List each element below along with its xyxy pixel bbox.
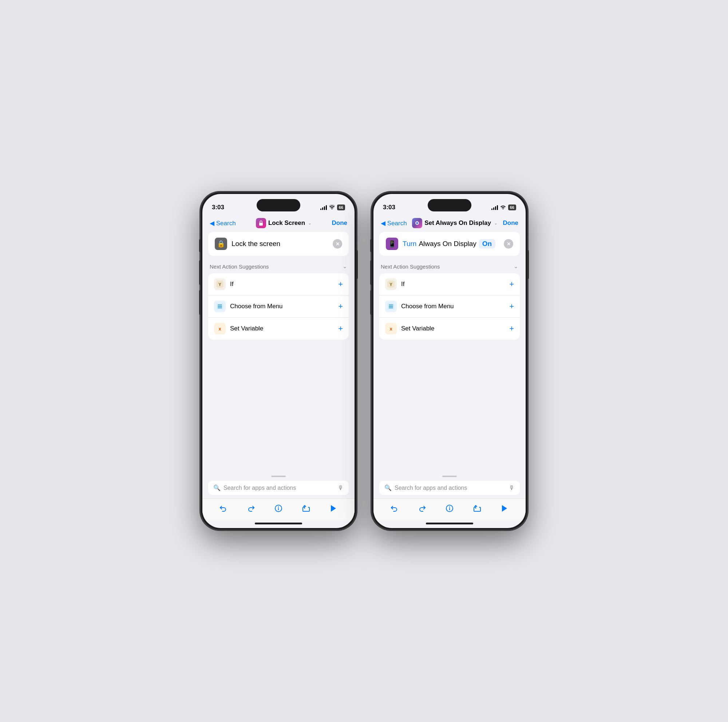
svg-rect-0: [259, 223, 263, 226]
volume-up-button: [199, 260, 200, 285]
phone-2: 3:03 66: [371, 192, 528, 530]
svg-rect-6: [218, 307, 222, 308]
nav-done-2[interactable]: Done: [503, 220, 519, 227]
svg-rect-18: [389, 305, 393, 305]
mute-button: [199, 239, 200, 252]
svg-marker-12: [331, 505, 336, 512]
svg-marker-26: [502, 505, 507, 512]
signal-bar-2-2: [493, 208, 494, 210]
suggestion-var-label-1: Set Variable: [230, 325, 263, 332]
suggestion-if-add-2[interactable]: +: [509, 280, 514, 288]
play-button-2[interactable]: [497, 501, 512, 516]
action-text-group-2: Turn Always On Display On: [402, 239, 496, 249]
suggestion-menu-add-1[interactable]: +: [338, 302, 343, 310]
svg-rect-5: [218, 306, 222, 307]
search-bar-1[interactable]: 🔍 Search for apps and actions 🎙: [208, 481, 349, 495]
home-indicator-1: [202, 521, 355, 528]
close-btn-1[interactable]: ✕: [333, 239, 342, 249]
signal-bar-2-3: [495, 206, 496, 210]
battery-icon-2: 66: [508, 205, 516, 210]
search-bar-2[interactable]: 🔍 Search for apps and actions 🎙: [379, 481, 520, 495]
action-card-2: 📱 Turn Always On Display On ✕: [379, 232, 520, 256]
power-button: [356, 250, 358, 279]
undo-button-1[interactable]: [216, 501, 231, 516]
signal-bar-3: [324, 206, 325, 210]
suggestions-chevron-1[interactable]: ⌄: [343, 263, 347, 270]
nav-title-area-2: Set Always On Display ⌄: [407, 218, 503, 228]
svg-text:Y: Y: [390, 282, 392, 287]
nav-chevron-2[interactable]: ⌄: [494, 221, 498, 226]
signal-bar-2-4: [497, 205, 498, 210]
dynamic-island-2: [428, 199, 471, 211]
action-card-left-1: 🔒 Lock the screen: [215, 238, 280, 250]
suggestions-chevron-2[interactable]: ⌄: [514, 263, 518, 270]
suggestion-menu-label-2: Choose from Menu: [401, 303, 454, 310]
volume-up-button-2: [370, 260, 372, 285]
nav-back-1[interactable]: ◀ Search: [210, 220, 236, 227]
signal-bar-2: [322, 208, 323, 210]
nav-back-2[interactable]: ◀ Search: [381, 220, 407, 227]
suggestion-menu-left-1: Choose from Menu: [214, 301, 283, 312]
share-button-1[interactable]: [299, 501, 314, 516]
undo-button-2[interactable]: [387, 501, 402, 516]
mute-button-2: [370, 239, 372, 252]
suggestions-header-1: Next Action Suggestions ⌄: [208, 263, 349, 273]
share-button-2[interactable]: [470, 501, 485, 516]
suggestions-label-2: Next Action Suggestions: [381, 264, 440, 270]
info-button-2[interactable]: [442, 501, 457, 516]
info-button-1[interactable]: [271, 501, 286, 516]
suggestions-header-2: Next Action Suggestions ⌄: [379, 263, 520, 273]
suggestions-list-1: Y If +: [208, 273, 349, 339]
if-icon-1: Y: [214, 278, 226, 290]
nav-chevron-1[interactable]: ⌄: [308, 221, 312, 226]
suggestion-menu-add-2[interactable]: +: [509, 302, 514, 310]
nav-title-area-1: Lock Screen ⌄: [236, 218, 332, 228]
menu-icon-2: [385, 301, 397, 312]
home-bar-2: [426, 523, 473, 524]
action-turn-label[interactable]: Turn: [402, 240, 416, 248]
suggestion-menu-2[interactable]: Choose from Menu +: [379, 296, 520, 318]
redo-button-1[interactable]: [243, 501, 258, 516]
search-placeholder-1: Search for apps and actions: [223, 485, 335, 491]
wifi-icon-1: [329, 205, 335, 210]
screen-content-2: 📱 Turn Always On Display On ✕ Next Actio…: [373, 232, 526, 499]
mic-icon-1[interactable]: 🎙: [338, 485, 344, 491]
play-button-1[interactable]: [326, 501, 341, 516]
suggestion-menu-1[interactable]: Choose from Menu +: [208, 296, 349, 318]
volume-down-button: [199, 290, 200, 315]
search-placeholder-2: Search for apps and actions: [395, 485, 506, 491]
status-time-2: 3:03: [383, 204, 395, 211]
svg-text:x: x: [390, 326, 392, 331]
wifi-icon-2: [500, 205, 506, 210]
svg-point-14: [416, 222, 418, 224]
suggestion-var-1[interactable]: x Set Variable +: [208, 318, 349, 339]
suggestion-if-1[interactable]: Y If +: [208, 273, 349, 296]
suggestion-menu-left-2: Choose from Menu: [385, 301, 454, 312]
suggestion-var-left-2: x Set Variable: [385, 323, 434, 334]
signal-bars-1: [320, 205, 327, 210]
suggestion-if-2[interactable]: Y If +: [379, 273, 520, 296]
status-time-1: 3:03: [212, 204, 224, 211]
search-bar-area-1: 🔍 Search for apps and actions 🎙: [208, 473, 349, 499]
suggestion-var-add-1[interactable]: +: [338, 325, 343, 333]
mic-icon-2[interactable]: 🎙: [509, 485, 515, 491]
home-indicator-2: [373, 521, 526, 528]
action-display-label: Always On Display: [419, 240, 476, 248]
power-button-2: [528, 250, 529, 279]
suggestion-if-add-1[interactable]: +: [338, 280, 343, 288]
action-on-label[interactable]: On: [479, 239, 496, 249]
nav-done-1[interactable]: Done: [332, 220, 348, 227]
suggestion-var-2[interactable]: x Set Variable +: [379, 318, 520, 339]
suggestion-var-add-2[interactable]: +: [509, 325, 514, 333]
redo-button-2[interactable]: [414, 501, 429, 516]
close-btn-2[interactable]: ✕: [504, 239, 513, 249]
suggestions-list-2: Y If +: [379, 273, 520, 339]
battery-icon-1: 66: [337, 205, 345, 210]
screen-content-1: 🔒 Lock the screen ✕ Next Action Suggesti…: [202, 232, 355, 499]
home-bar-1: [255, 523, 302, 524]
signal-bars-2: [491, 205, 498, 210]
svg-rect-19: [389, 306, 393, 307]
signal-bar-4: [326, 205, 327, 210]
search-icon-1: 🔍: [213, 484, 220, 491]
dynamic-island-1: [257, 199, 300, 211]
